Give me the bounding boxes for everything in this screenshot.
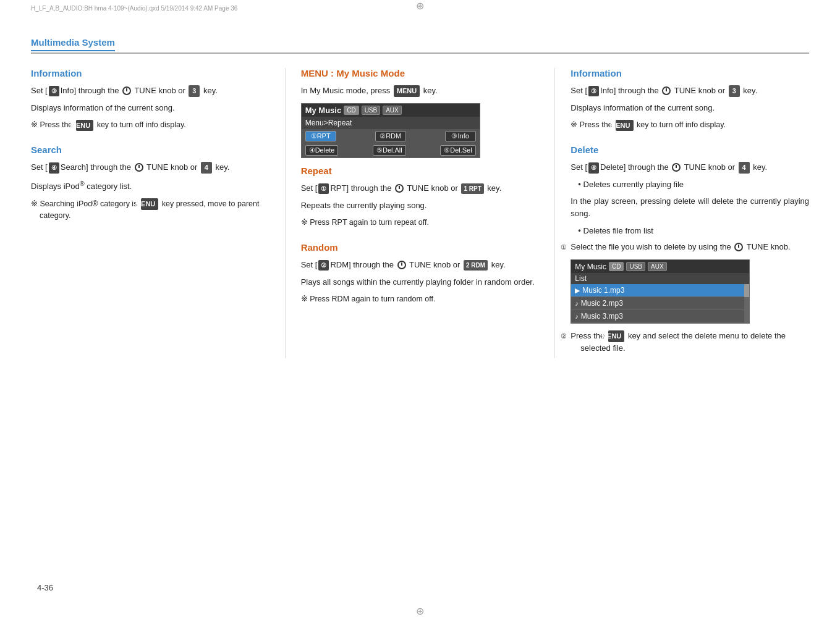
ui-row-1: ①RPT ②RDM ③Info bbox=[302, 129, 480, 143]
del-all-btn: ⑤Del.All bbox=[373, 145, 406, 156]
divider-1 bbox=[285, 68, 286, 358]
col1-section1: Information Set [③Info] through the TUNE… bbox=[31, 68, 269, 131]
divider-2 bbox=[554, 68, 555, 358]
page-header: Multimedia System bbox=[31, 37, 809, 54]
col3-info-para1: Set [③Info] through the TUNE knob or 3 k… bbox=[571, 85, 809, 97]
col1-info-para1: Set [③Info] through the TUNE knob or 3 k… bbox=[31, 85, 269, 97]
col1-search-para1: Set [④Search] through the TUNE knob or 4… bbox=[31, 161, 269, 174]
col1-section2: Search Set [④Search] through the TUNE kn… bbox=[31, 145, 269, 221]
column-3: Information Set [③Info] through the TUNE… bbox=[558, 68, 809, 358]
menu-badge-2: MENU bbox=[141, 198, 158, 210]
delete-badge-4: ④ bbox=[588, 162, 599, 174]
col2-random-para1: Set [②RDM] through the TUNE knob or 2 RD… bbox=[301, 259, 540, 271]
tune-icon-5 bbox=[662, 86, 671, 95]
col1-search-para2: Displays iPod® category list. bbox=[31, 178, 269, 193]
col3-num2: ②Press the MENU key and select the delet… bbox=[571, 330, 809, 355]
col3-key-3: 3 bbox=[729, 85, 740, 97]
ui-menu-bar: Menu>Repeat bbox=[302, 117, 480, 129]
col3-menu-badge-2: MENU bbox=[608, 330, 624, 342]
music-list-screen: My Music CD USB AUX List ▶ Music 1.mp3 ♪… bbox=[571, 259, 750, 324]
key-2-rdm: 2 RDM bbox=[464, 260, 488, 271]
col3-delete-para1: Set [④Delete] through the TUNE knob or 4… bbox=[571, 161, 809, 174]
list-tab-aux: AUX bbox=[648, 262, 667, 271]
column-2: MENU : My Music Mode In My Music mode, p… bbox=[289, 68, 552, 358]
music-icon-2: ♪ bbox=[575, 300, 579, 307]
col3-key-4: 4 bbox=[739, 162, 750, 174]
crosshair-top: ⊕ bbox=[416, 0, 424, 12]
print-header: H_LF_A,B_AUDIO:BH hma 4-109~(Audio).qxd … bbox=[31, 5, 237, 12]
col2-section1: MENU : My Music Mode In My Music mode, p… bbox=[301, 68, 540, 158]
col2-repeat-note1: Press RPT again to turn repeat off. bbox=[301, 217, 540, 229]
scrollbar[interactable] bbox=[744, 284, 749, 323]
col2-random-note1: Press RDM again to turn random off. bbox=[301, 293, 540, 305]
rpt-btn: ①RPT bbox=[305, 131, 336, 141]
page-number: 4-36 bbox=[37, 583, 53, 592]
col2-section3: Random Set [②RDM] through the TUNE knob … bbox=[301, 242, 540, 305]
col1-info-para2: Displays information of the current song… bbox=[31, 102, 269, 114]
tab-cd: CD bbox=[344, 106, 358, 115]
col3-bullet2: Deletes file from list bbox=[571, 225, 809, 237]
list-ui-title: My Music bbox=[575, 262, 606, 271]
tune-icon-7 bbox=[734, 243, 743, 251]
page-title: Multimedia System bbox=[31, 37, 115, 51]
list-tab-usb: USB bbox=[626, 262, 645, 271]
list-screen-header: My Music CD USB AUX bbox=[571, 260, 749, 273]
col2-section2: Repeat Set [①RPT] through the TUNE knob … bbox=[301, 166, 540, 229]
list-item-3: ♪ Music 3.mp3 bbox=[571, 310, 749, 323]
music-icon-3: ♪ bbox=[575, 313, 579, 320]
col3-num1: ①Select the file you wish to delete by u… bbox=[571, 241, 809, 253]
ui-title: My Music bbox=[305, 106, 342, 115]
col2-random-title: Random bbox=[301, 242, 540, 253]
my-music-screen: My Music CD USB AUX Menu>Repeat ①RPT ②RD… bbox=[301, 103, 480, 158]
delete-btn: ④Delete bbox=[305, 145, 339, 156]
col3-delete-title: Delete bbox=[571, 145, 809, 155]
tune-icon-1 bbox=[122, 86, 131, 95]
list-tab-cd: CD bbox=[609, 262, 624, 271]
rdm-badge: ② bbox=[318, 260, 329, 271]
col3-info-title: Information bbox=[571, 68, 809, 78]
col3-info-para2: Displays information of the current song… bbox=[571, 102, 809, 114]
col2-repeat-title: Repeat bbox=[301, 166, 540, 176]
col2-repeat-para2: Repeats the currently playing song. bbox=[301, 199, 540, 212]
rdm-btn: ②RDM bbox=[375, 131, 406, 141]
list-item-1-label: Music 1.mp3 bbox=[582, 286, 624, 295]
col3-section1: Information Set [③Info] through the TUNE… bbox=[571, 68, 809, 131]
col1-search-note1: Searching iPod® category is MENU key pre… bbox=[31, 198, 269, 222]
menu-badge-1: MENU bbox=[76, 120, 93, 132]
col3-delete-para2: In the play screen, pressing delete will… bbox=[571, 195, 809, 220]
del-sel-btn: ⑥Del.Sel bbox=[440, 145, 475, 156]
col2-menu-title: MENU : My Music Mode bbox=[301, 68, 540, 78]
list-item-2: ♪ Music 2.mp3 bbox=[571, 297, 749, 310]
key-3: 3 bbox=[189, 85, 200, 97]
search-badge-4: ④ bbox=[49, 162, 59, 174]
content-columns: Information Set [③Info] through the TUNE… bbox=[31, 68, 809, 358]
col2-menu-intro: In My Music mode, press MENU key. bbox=[301, 85, 540, 97]
tune-icon-2 bbox=[135, 163, 143, 172]
col3-info-badge: ③ bbox=[588, 86, 599, 97]
col3-bullet1: Deletes currently playing file bbox=[571, 178, 809, 191]
menu-badge-3: MENU bbox=[394, 85, 420, 97]
col2-random-para2: Plays all songs within the currently pla… bbox=[301, 276, 540, 288]
column-1: Information Set [③Info] through the TUNE… bbox=[31, 68, 282, 358]
header-divider bbox=[31, 52, 809, 54]
col3-section2: Delete Set [④Delete] through the TUNE kn… bbox=[571, 145, 809, 355]
list-items-wrapper: ▶ Music 1.mp3 ♪ Music 2.mp3 ♪ Music 3.mp… bbox=[571, 284, 749, 323]
ui-row-2: ④Delete ⑤Del.All ⑥Del.Sel bbox=[302, 143, 480, 157]
col2-repeat-para1: Set [①RPT] through the TUNE knob or 1 RP… bbox=[301, 182, 540, 195]
key-4: 4 bbox=[201, 162, 212, 174]
ui-screen-header: My Music CD USB AUX bbox=[302, 104, 480, 117]
info-btn: ③Info bbox=[445, 131, 476, 141]
list-item-1: ▶ Music 1.mp3 bbox=[571, 284, 749, 297]
info-badge-3: ③ bbox=[49, 86, 59, 97]
crosshair-bottom: ⊕ bbox=[416, 605, 424, 617]
key-1-rpt: 1 RPT bbox=[461, 183, 483, 195]
list-item-3-label: Music 3.mp3 bbox=[581, 312, 623, 321]
tune-icon-3 bbox=[395, 184, 404, 193]
tune-icon-4 bbox=[397, 261, 406, 269]
col1-info-title: Information bbox=[31, 68, 269, 78]
col3-info-note1: Press the MENU key to turn off info disp… bbox=[571, 119, 809, 131]
list-item-2-label: Music 2.mp3 bbox=[581, 299, 623, 308]
col1-search-title: Search bbox=[31, 145, 269, 155]
play-icon-1: ▶ bbox=[575, 287, 580, 295]
tab-usb: USB bbox=[362, 106, 381, 115]
